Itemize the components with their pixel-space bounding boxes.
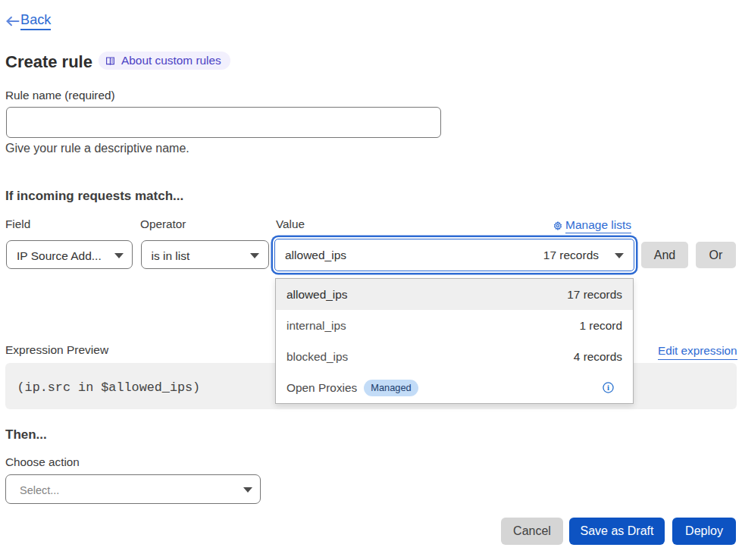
svg-text:i: i [607, 383, 609, 392]
